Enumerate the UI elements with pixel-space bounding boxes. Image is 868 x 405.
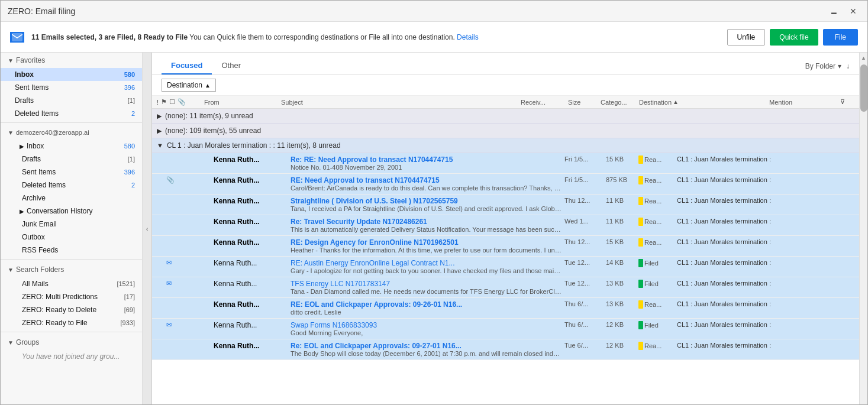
sidebar-item-archive[interactable]: Archive <box>1 192 142 205</box>
sidebar-item-zero-delete[interactable]: ZERO: Ready to Delete [69] <box>1 303 142 316</box>
sidebar-item-account-sent-label: Sent Items <box>22 168 117 176</box>
sort-control[interactable]: By Folder ▾ ↓ <box>805 62 850 70</box>
row-destination: CL1 : Juan Morales termination : <box>677 197 807 204</box>
sidebar-item-inbox[interactable]: Inbox 580 <box>1 68 142 81</box>
sort-direction-icon[interactable]: ↓ <box>846 62 850 70</box>
status-badge: Rea... <box>644 218 662 225</box>
sidebar-item-rss[interactable]: RSS Feeds <box>1 244 142 257</box>
file-button[interactable]: File <box>823 29 858 46</box>
tab-other[interactable]: Other <box>212 57 250 74</box>
row-subject[interactable]: Straightline ( Division of U.S. Steel ) … <box>291 197 562 205</box>
table-row[interactable]: Kenna Ruth... RE: EOL and Clickpaper App… <box>152 298 859 319</box>
th-destination[interactable]: Destination ▲ <box>639 99 769 106</box>
th-filter-icon[interactable]: ⊽ <box>840 98 854 106</box>
sidebar-item-drafts[interactable]: Drafts [1] <box>1 94 142 107</box>
sidebar-item-zero-delete-label: ZERO: Ready to Delete <box>22 306 117 314</box>
quickfile-button[interactable]: Quick file <box>770 29 818 46</box>
th-mention[interactable]: Mention <box>769 99 840 106</box>
group-row-none1[interactable]: ▶ (none): 11 item(s), 9 unread <box>152 109 859 124</box>
row-received: Tue 12... <box>564 259 606 266</box>
row-subject[interactable]: RE: Need Approval to transact N170447471… <box>291 176 562 184</box>
email-icon: ✉ <box>166 321 172 329</box>
table-row[interactable]: ✉ Kenna Ruth... RE: Austin Energy EnronO… <box>152 257 859 277</box>
sidebar-item-sent[interactable]: Sent Items 396 <box>1 81 142 94</box>
table-row[interactable]: ✉ Kenna Ruth... Swap Forms N1686833093 G… <box>152 319 859 339</box>
sidebar-item-all-mails[interactable]: All Mails [1521] <box>1 277 142 290</box>
row-destination: CL1 : Juan Morales termination : <box>677 342 807 349</box>
unfile-button[interactable]: Unfile <box>727 29 766 46</box>
sidebar-item-junk[interactable]: Junk Email <box>1 218 142 231</box>
row-subject[interactable]: Re: EOL and Clickpaper Approvals: 09-27-… <box>291 342 562 350</box>
row-received: Thu 12... <box>564 197 606 204</box>
favorites-header[interactable]: ▼ Favorites <box>1 53 142 68</box>
sidebar-item-outbox[interactable]: Outbox <box>1 231 142 244</box>
row-subject[interactable]: Re: Travel Security Update N1702486261 <box>291 218 562 226</box>
table-row[interactable]: Kenna Ruth... Re: RE: Need Approval to t… <box>152 153 859 174</box>
minimize-button[interactable]: 🗕 <box>826 5 841 17</box>
sidebar-item-zero-file[interactable]: ZERO: Ready to File [933] <box>1 316 142 329</box>
group-row-none2[interactable]: ▶ (none): 109 item(s), 55 unread <box>152 124 859 138</box>
row-preview: This is an automatically generated Deliv… <box>291 226 562 233</box>
row-category: Filed <box>638 321 677 329</box>
row-subject[interactable]: TFS Energy LLC N1701783147 <box>291 280 562 288</box>
th-size[interactable]: Size <box>568 99 601 106</box>
sidebar-item-deleted[interactable]: Deleted Items 2 <box>1 107 142 120</box>
th-subject[interactable]: Subject <box>281 99 521 106</box>
th-received-label: Receiv... <box>521 99 546 106</box>
table-row[interactable]: Kenna Ruth... Re: EOL and Clickpaper App… <box>152 339 859 360</box>
table-row[interactable]: Kenna Ruth... RE: Design Agency for Enro… <box>152 236 859 257</box>
th-from[interactable]: From <box>204 99 281 106</box>
sidebar-item-account-drafts[interactable]: Drafts [1] <box>1 153 142 166</box>
table-row[interactable]: Kenna Ruth... Re: Travel Security Update… <box>152 215 859 236</box>
close-button[interactable]: ✕ <box>846 5 860 17</box>
destination-filter[interactable]: Destination ▲ <box>162 79 216 92</box>
th-flag-icon[interactable]: ⚑ <box>161 98 167 106</box>
row-subject[interactable]: Re: RE: Need Approval to transact N17044… <box>291 155 562 164</box>
th-read-icon[interactable]: ☐ <box>169 98 175 106</box>
row-preview: The Body Shop will close today (December… <box>291 350 562 357</box>
row-received: Thu 12... <box>564 238 606 245</box>
groups-header[interactable]: ▼ Groups <box>1 335 142 350</box>
sidebar-item-account-deleted[interactable]: Deleted Items 2 <box>1 179 142 192</box>
th-category-label: Catego... <box>601 99 627 106</box>
scrollbar-thumb[interactable] <box>860 64 867 112</box>
scroll-up-icon[interactable]: ▲ <box>861 55 866 61</box>
sidebar-item-account-drafts-label: Drafts <box>22 155 117 163</box>
sidebar-item-zero-multi-label: ZERO: Multi Predictions <box>22 293 117 301</box>
sidebar-item-account-inbox[interactable]: ▶ Inbox 580 <box>1 140 142 153</box>
sidebar-item-account-sent[interactable]: Sent Items 396 <box>1 166 142 179</box>
details-link[interactable]: Details <box>457 33 479 41</box>
th-importance-icon[interactable]: ! <box>157 99 159 106</box>
sidebar-item-zero-multi-count: [17] <box>117 293 135 300</box>
status-badge: Filed <box>644 322 659 329</box>
group-row-cl1[interactable]: ▼ CL 1 : Juan Morales termination : : 11… <box>152 138 859 153</box>
row-subject[interactable]: RE: Austin Energy EnronOnline Legal Cont… <box>291 259 562 267</box>
table-row[interactable]: Kenna Ruth... Straightline ( Division of… <box>152 195 859 215</box>
row-subject[interactable]: RE: Design Agency for EnronOnline N17019… <box>291 238 562 247</box>
row-size: 11 KB <box>606 197 638 204</box>
row-icons: ✉ <box>166 321 214 329</box>
sidebar-item-deleted-label: Deleted Items <box>15 109 117 118</box>
sidebar-item-zero-multi[interactable]: ZERO: Multi Predictions [17] <box>1 290 142 303</box>
sidebar-item-inbox-label: Inbox <box>15 70 117 79</box>
status-badge: Rea... <box>644 342 662 349</box>
th-received[interactable]: Receiv... <box>521 99 568 106</box>
window-title: ZERO: Email filing <box>8 7 75 16</box>
row-destination: CL1 : Juan Morales termination : <box>677 218 807 225</box>
row-category: Rea... <box>638 155 677 164</box>
sidebar-collapse-button[interactable]: ‹ <box>143 53 152 404</box>
account-header[interactable]: ▼ demozero40@zeroapp.ai <box>1 125 142 140</box>
sidebar-item-deleted-count: 2 <box>117 110 135 117</box>
th-category[interactable]: Catego... <box>601 99 639 106</box>
search-folders-header[interactable]: ▼ Search Folders <box>1 262 142 277</box>
row-subject[interactable]: RE: EOL and Clickpaper Approvals: 09-26-… <box>291 300 562 309</box>
sidebar-item-conv-history[interactable]: ▶ Conversation History <box>1 205 142 218</box>
groups-chevron: ▼ <box>8 339 14 346</box>
tab-focused[interactable]: Focused <box>162 57 212 74</box>
account-inbox-expand: ▶ <box>20 143 24 150</box>
table-row[interactable]: ✉ Kenna Ruth... TFS Energy LLC N17017831… <box>152 277 859 298</box>
scrollbar-track[interactable]: ▲ <box>859 53 867 404</box>
row-subject[interactable]: Swap Forms N1686833093 <box>291 321 562 329</box>
row-size: 12 KB <box>606 321 638 328</box>
table-row[interactable]: 📎 Kenna Ruth... RE: Need Approval to tra… <box>152 174 859 195</box>
